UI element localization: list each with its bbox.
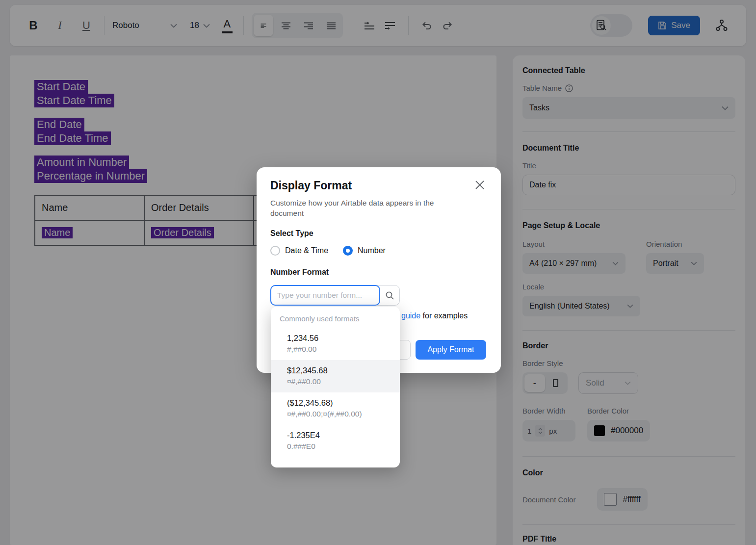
format-suggestions-dropdown: Commonly used formats 1,234.56 #,##0.00 … [271,307,400,467]
format-code: 0.###E0 [287,441,391,452]
dropdown-header: Commonly used formats [271,314,400,328]
format-option[interactable]: 1,234.56 #,##0.00 [271,328,400,360]
radio-date-time[interactable]: Date & Time [270,246,328,256]
select-type-label: Select Type [270,229,313,238]
modal-title: Display Format [270,179,352,192]
radio-date-time-label: Date & Time [285,246,328,255]
apply-format-button[interactable]: Apply Format [416,340,486,360]
guide-link[interactable]: guide [401,311,420,320]
app-window: B I U Roboto 18 A [0,0,756,545]
close-icon[interactable] [474,178,488,192]
format-code: ¤#,##0.00 [287,376,391,387]
format-code: #,##0.00 [287,344,391,355]
format-value: 1,234.56 [287,333,391,344]
format-option[interactable]: -1.235E4 0.###E0 [271,425,400,457]
modal-subtitle: Customize how your Airtable data appears… [270,198,467,218]
format-option[interactable]: $12,345.68 ¤#,##0.00 [271,360,400,392]
format-code: ¤#,##0.00;¤(#,##0.00) [287,409,391,419]
radio-checked-icon[interactable] [343,246,353,256]
radio-number-label: Number [358,246,386,255]
search-icon[interactable] [380,285,399,305]
type-radio-group: Date & Time Number [270,246,386,256]
format-value: -1.235E4 [287,430,391,441]
format-value: ($12,345.68) [287,397,391,409]
radio-unchecked-icon[interactable] [270,246,280,256]
format-option[interactable]: ($12,345.68) ¤#,##0.00;¤(#,##0.00) [271,392,400,425]
number-format-input[interactable] [270,285,380,306]
radio-number[interactable]: Number [343,246,386,256]
format-value: $12,345.68 [287,365,391,376]
guide-hint-text: guide for examples [401,311,468,320]
number-format-input-group [270,285,400,306]
number-format-label: Number Format [270,268,329,277]
